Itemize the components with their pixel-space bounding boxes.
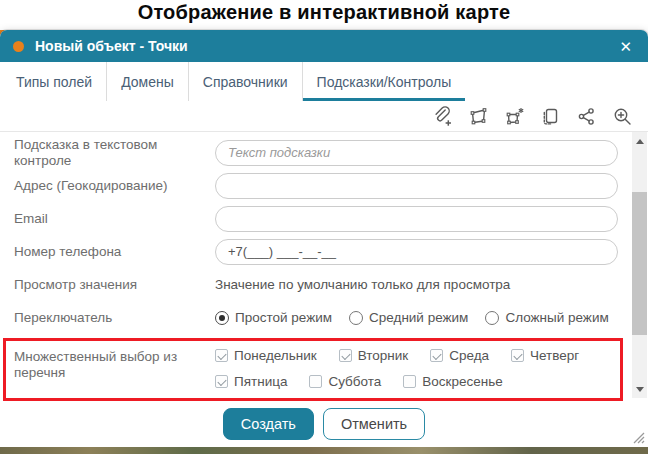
radio-option[interactable]: Сложный режим [485,310,608,325]
create-button[interactable]: Создать [223,408,314,440]
dialog-title: Новый объект - Точки [35,38,188,54]
scrollbar-thumb[interactable] [632,192,647,335]
row-label: Email [14,211,215,227]
radio-option[interactable]: Средний режим [349,310,468,325]
checkbox-checked-icon[interactable] [339,349,352,362]
row-label: Номер телефона [14,244,215,260]
status-dot-icon [13,41,24,52]
row-label: Подсказка в текстовом контроле [14,137,215,169]
row-control: ПонедельникВторникСредаЧетвергПятницаСуб… [215,345,614,390]
row-label: Адрес (Геокодирование) [14,178,215,194]
row-control [215,206,618,232]
row-control: Значение по умолчанию только для просмот… [215,277,618,292]
hint-text-input[interactable] [215,140,618,166]
checkbox-option[interactable]: Суббота [309,373,381,390]
dialog-new-object: Новый объект - Точки ✕ Типы полейДоменыС… [0,30,648,447]
highlight-box: Множественный выбор из перечняПонедельни… [3,338,623,401]
checkbox-option-label: Понедельник [234,348,317,363]
radio-icon[interactable] [349,311,363,325]
polygon-icon[interactable] [468,106,489,127]
checkbox-icon[interactable] [309,375,322,388]
form-row: ПереключательПростой режимСредний режимС… [0,301,648,334]
checkbox-checked-icon[interactable] [511,349,524,362]
row-control [215,239,618,265]
checkbox-option-label: Пятница [234,374,287,389]
background-map-strip [0,447,648,454]
form-row: Номер телефона [0,235,648,268]
scrollbar [632,132,647,398]
copy-icon[interactable] [540,106,561,127]
radio-icon[interactable] [485,311,499,325]
view-value-text: Значение по умолчанию только для просмот… [215,277,510,292]
email-input[interactable] [215,206,618,232]
radio-selected-icon[interactable] [215,311,229,325]
row-label: Переключатель [14,310,215,326]
checkbox-option[interactable]: Воскресенье [403,373,502,390]
dialog-footer: Создать Отменить [0,400,648,447]
dialog-header: Новый объект - Точки ✕ [0,30,648,62]
polygon-new-icon[interactable] [504,106,525,127]
row-control [215,140,618,166]
checkbox-option-label: Среда [449,348,489,363]
row-label: Просмотр значения [14,277,215,293]
checkbox-option-label: Суббота [328,374,381,389]
close-icon[interactable]: ✕ [616,37,635,56]
row-label: Множественный выбор из перечня [14,345,215,381]
resize-handle-icon[interactable] [629,428,645,444]
attach-add-icon[interactable] [432,106,453,127]
checkbox-icon[interactable] [403,375,416,388]
row-control [215,173,618,199]
checkbox-option-label: Четверг [530,348,579,363]
share-icon[interactable] [576,106,597,127]
checkbox-checked-icon[interactable] [215,375,228,388]
form-content: Подсказка в текстовом контролеАдрес (Гео… [0,132,648,401]
checkbox-checked-icon[interactable] [215,349,228,362]
multi-select-days: ПонедельникВторникСредаЧетвергПятницаСуб… [215,345,614,390]
tab-field-types[interactable]: Типы полей [2,62,106,101]
checkbox-checked-icon[interactable] [430,349,443,362]
address-geocoding-input[interactable] [215,173,618,199]
tab-domains[interactable]: Домены [106,62,188,101]
page-title: Отображение в интерактивной карте [0,1,648,24]
checkbox-option-label: Воскресенье [422,374,502,389]
tab-directories[interactable]: Справочники [188,62,302,101]
scroll-down-arrow-icon[interactable] [632,382,647,396]
row-control: Простой режимСредний режимСложный режим [215,310,618,325]
mode-switch-radio-group: Простой режимСредний режимСложный режим [215,310,609,325]
checkbox-option[interactable]: Четверг [511,347,579,364]
radio-option-label: Средний режим [369,310,468,325]
checkbox-option[interactable]: Среда [430,347,489,364]
tab-bar: Типы полейДоменыСправочникиПодсказки/Кон… [0,62,648,101]
form-row: Адрес (Геокодирование) [0,169,648,202]
radio-option[interactable]: Простой режим [215,310,332,325]
checkbox-option[interactable]: Вторник [339,347,409,364]
checkbox-option[interactable]: Понедельник [215,347,317,364]
tab-hints-controls[interactable]: Подсказки/Контролы [302,62,466,101]
form-row: Просмотр значенияЗначение по умолчанию т… [0,268,648,301]
radio-option-label: Сложный режим [505,310,608,325]
scroll-up-arrow-icon[interactable] [632,134,647,148]
cancel-button[interactable]: Отменить [323,408,425,440]
checkbox-option[interactable]: Пятница [215,373,287,390]
form-row: Email [0,202,648,235]
phone-number-input[interactable] [215,239,618,265]
radio-option-label: Простой режим [235,310,332,325]
toolbar [0,101,648,132]
zoom-in-icon[interactable] [612,106,633,127]
form-row: Подсказка в текстовом контроле [0,136,648,169]
checkbox-option-label: Вторник [358,348,409,363]
